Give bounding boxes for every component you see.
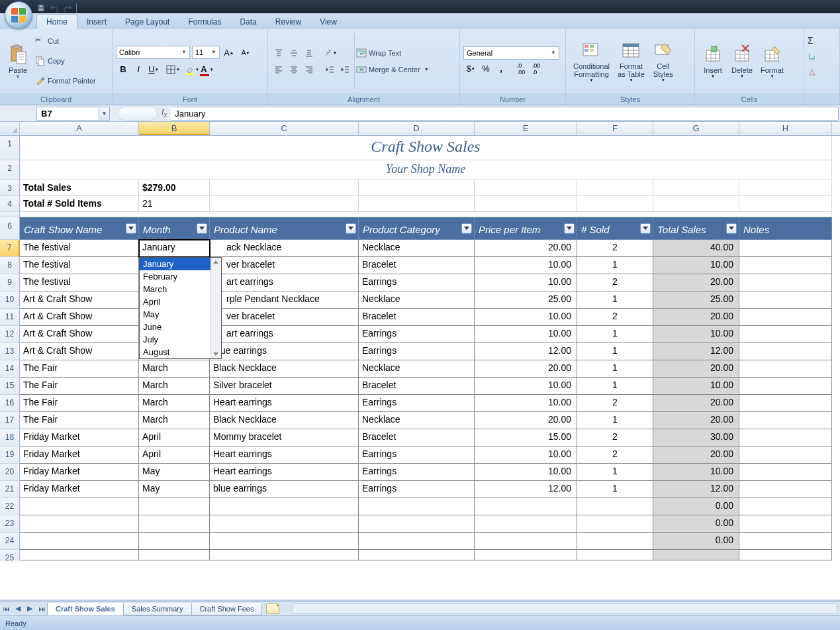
cell[interactable]: Necklace [359,240,475,257]
cell[interactable] [577,533,653,550]
cell[interactable] [359,196,475,212]
cell[interactable]: 12.00 [653,343,739,360]
cell[interactable]: blue earrings [210,481,359,498]
cell[interactable]: 1 [577,291,653,309]
cell[interactable]: January [139,240,210,257]
row-header[interactable]: 7 [0,240,20,257]
autosum-button[interactable]: Σ [808,33,836,48]
cell[interactable] [577,550,653,560]
shrink-font-button[interactable]: A▼ [238,46,253,60]
col-E[interactable]: E [475,122,577,135]
filter-button[interactable] [461,223,472,234]
cell[interactable]: Earrings [359,395,475,412]
align-right-button[interactable] [302,62,316,77]
cell[interactable] [139,515,210,533]
cell[interactable]: March [139,412,210,429]
cell[interactable] [739,180,832,196]
cell[interactable]: The festival [20,240,139,257]
cell[interactable]: 1 [577,412,653,429]
cell[interactable]: Necklace [359,291,475,309]
cell[interactable]: 10.00 [653,257,739,274]
cell[interactable]: 0.00 [653,498,739,515]
filter-button[interactable] [726,223,737,234]
cell[interactable] [739,291,832,309]
row-header[interactable]: 19 [0,446,20,464]
filter-button[interactable] [564,223,575,234]
fill-button[interactable] [808,49,836,64]
row-header[interactable]: 18 [0,429,20,446]
dropdown-option[interactable]: February [140,270,221,283]
cell[interactable]: Friday Market [20,464,139,481]
cell[interactable] [210,550,359,560]
align-top-button[interactable] [271,46,286,60]
qat-save-icon[interactable] [36,3,46,13]
cell[interactable] [739,360,832,378]
horizontal-scrollbar[interactable] [293,604,837,614]
tab-insert[interactable]: Insert [77,15,116,29]
cell[interactable]: 1 [577,378,653,395]
cell[interactable]: 10.00 [475,274,577,291]
row-header[interactable]: 4 [0,196,20,212]
format-painter-button[interactable]: Format Painter [35,74,96,88]
cell[interactable] [653,180,739,196]
cell[interactable]: rple Pendant Necklace [210,291,359,309]
filter-button[interactable] [126,223,136,234]
cell[interactable]: March [139,395,210,412]
decrease-indent-button[interactable] [323,62,338,77]
cell[interactable]: The Fair [20,395,139,412]
col-H[interactable]: H [739,122,832,135]
delete-cells-button[interactable]: Delete▼ [727,31,757,91]
new-sheet-button[interactable] [266,604,279,614]
cell[interactable]: 20.00 [475,240,577,257]
cell[interactable]: 20.00 [653,412,739,429]
cell[interactable]: 1 [577,481,653,498]
cell[interactable] [475,498,577,515]
percent-button[interactable]: % [479,62,493,76]
cell[interactable] [210,498,359,515]
tab-nav-last[interactable]: ⏭ [36,603,48,615]
name-box[interactable]: B7 [36,107,99,121]
cell[interactable]: Bracelet [359,309,475,326]
cell[interactable]: 10.00 [475,395,577,412]
row-header[interactable] [0,212,20,217]
tab-nav-next[interactable]: ▶ [24,603,36,615]
col-C[interactable]: C [210,122,359,135]
dropdown-option[interactable]: January [140,258,221,270]
number-format-combo[interactable]: General▼ [463,46,559,60]
cell[interactable] [739,481,832,498]
cell[interactable]: The Fair [20,360,139,378]
cell[interactable]: 2 [577,274,653,291]
cell[interactable]: art earrings [210,274,359,291]
increase-indent-button[interactable] [338,62,353,77]
cell[interactable]: Art & Craft Show [20,326,139,343]
cell[interactable]: 20.00 [653,446,739,464]
cell[interactable]: The festival [20,257,139,274]
cell[interactable]: 10.00 [653,378,739,395]
cell[interactable]: 0.00 [653,533,739,550]
cell[interactable] [475,180,577,196]
cell[interactable]: April [139,429,210,446]
cell[interactable]: ver bracelet [210,309,359,326]
cell[interactable] [475,550,577,560]
font-color-button[interactable]: A▼ [200,62,214,77]
format-cells-button[interactable]: Format▼ [757,31,788,91]
cell[interactable] [210,196,359,212]
cell[interactable]: 10.00 [653,464,739,481]
dropdown-option[interactable]: April [140,295,221,308]
row-header[interactable]: 3 [0,180,20,196]
cell[interactable] [739,240,832,257]
cell[interactable]: Black Necklace [210,360,359,378]
cell-dropdown-button[interactable] [209,240,210,256]
cell[interactable]: Earrings [359,481,475,498]
cell[interactable]: Friday Market [20,429,139,446]
cell[interactable]: Friday Market [20,481,139,498]
accounting-button[interactable]: $▼ [463,62,478,76]
cell[interactable]: 2 [577,395,653,412]
cell[interactable] [739,412,832,429]
tab-review[interactable]: Review [266,15,310,29]
underline-button[interactable]: U▼ [146,62,161,77]
cell[interactable] [577,196,653,212]
align-center-button[interactable] [287,62,301,77]
cell[interactable]: Art & Craft Show [20,291,139,309]
cell[interactable]: 12.00 [475,481,577,498]
